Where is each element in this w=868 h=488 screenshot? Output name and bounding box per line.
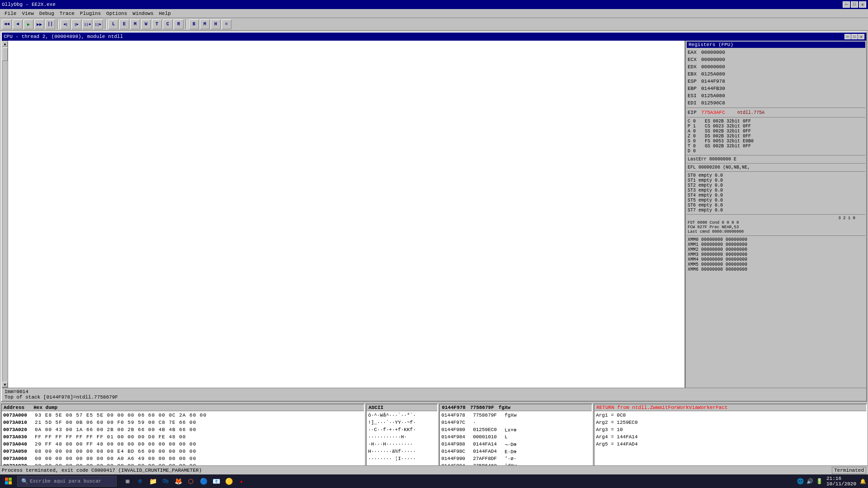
menu-file[interactable]: File (2, 10, 19, 17)
tb-b[interactable]: B (189, 19, 199, 29)
start-button[interactable] (2, 476, 15, 487)
st-regs: ST0 empty 0.0 ST1 empty 0.0 ST2 empty 0.… (687, 173, 865, 213)
registers-pane: Registers (FPU) EAX 00000000 ECX 0000000… (685, 41, 866, 388)
tb-w[interactable]: W (141, 19, 151, 29)
search-box[interactable]: 🔍 Escribe aquí para buscar (17, 476, 117, 487)
menu-bar: File View Debug Trace Plugins Options Wi… (0, 9, 868, 18)
title-bar: OllyDbg - EE2X.exe ─ □ ✕ (0, 0, 868, 9)
reg-sep3 (687, 155, 865, 155)
tb-e[interactable]: E (119, 19, 129, 29)
status-bar: Process terminated, exit code C0000417 (… (0, 465, 868, 474)
maximize-btn[interactable]: □ (851, 1, 858, 8)
reg-esi: ESI 0125A080 (687, 92, 865, 99)
menu-trace[interactable]: Trace (57, 10, 77, 17)
taskbar-right: 🌐 🔊 🔋 21:16 10/11/2020 🔔 (797, 476, 866, 487)
search-icon: 🔍 (21, 478, 28, 485)
tb-sep2 (105, 19, 107, 29)
status-message: Process terminated, exit code C0000417 (… (2, 468, 202, 473)
hex-row: 0073A06000 00 00 00 00 00 00 00 A0 A6 49… (3, 455, 363, 462)
tb-c[interactable]: C (163, 19, 173, 29)
tb-anim-into[interactable]: ||▶ (93, 19, 103, 29)
tb-sep1 (57, 19, 59, 29)
menu-windows[interactable]: Windows (130, 10, 156, 17)
cpu-maximize[interactable]: □ (851, 34, 858, 39)
taskbar: 🔍 Escribe aquí para buscar ⊞ e 📁 🛍 🦊 ⬡ 🔵… (0, 474, 868, 488)
reg-eip: EIP 775A3AFC ntdll.775A (687, 109, 865, 116)
scroll-up[interactable]: ▲ (2, 41, 8, 47)
tb-t[interactable]: T (152, 19, 162, 29)
return-info: RETURN from ntdll.ZwWaitForWorkViaWorker… (594, 404, 866, 411)
hex-row: 0073A00093 E8 5E 00 57 E5 5E 00 00 00 06… (3, 412, 363, 419)
reg-sep5 (687, 171, 865, 172)
efl: EFL 00000206 (NO,NB,NE, (687, 164, 865, 170)
registers-title: Registers (FPU) (687, 42, 865, 48)
store-btn[interactable]: 🛍 (160, 476, 171, 487)
reg-sep2 (687, 117, 865, 117)
windows-icon (5, 478, 12, 485)
tb-hash[interactable]: ≡ (222, 19, 231, 29)
menu-plugins[interactable]: Plugins (77, 10, 104, 17)
scroll-thumb[interactable] (2, 47, 8, 61)
firefox-btn[interactable]: 🦊 (173, 476, 184, 487)
app8-btn[interactable]: 🟡 (223, 476, 234, 487)
tb-m[interactable]: M (130, 19, 140, 29)
tb-forward[interactable]: ▶▶ (34, 19, 44, 29)
menu-debug[interactable]: Debug (37, 10, 57, 17)
tb-step-back[interactable]: ||◄ (82, 19, 92, 29)
tb-step-over[interactable]: |▶ (71, 19, 81, 29)
tb-rewind[interactable]: ◄◄ (2, 19, 12, 29)
scroll-down[interactable]: ▼ (2, 382, 8, 387)
explorer-btn[interactable]: 📁 (147, 476, 158, 487)
cpu-close[interactable]: ✕ (858, 34, 864, 39)
reg-sep4 (687, 163, 865, 164)
sound-icon: 🔊 (807, 478, 813, 485)
tb-play[interactable]: ▶ (24, 19, 33, 29)
menu-options[interactable]: Options (104, 10, 130, 17)
cpu-win-controls: ─ □ ✕ (844, 34, 864, 39)
svg-rect-0 (5, 478, 8, 481)
hex-row: 0073A04020 FF 48 00 00 FF 48 00 08 00 00… (3, 441, 363, 448)
taskview-btn[interactable]: ⊞ (122, 476, 133, 487)
clock: 21:16 10/11/2020 (826, 476, 856, 487)
taskbar-icons: ⊞ e 📁 🛍 🦊 ⬡ 🔵 📧 🟡 ✦ (122, 476, 247, 487)
tb-l[interactable]: L (108, 19, 118, 29)
cpu-minimize[interactable]: ─ (844, 34, 851, 39)
blender-btn[interactable]: ⬡ (185, 476, 196, 487)
menu-help[interactable]: Help (156, 10, 174, 17)
tb-h[interactable]: H (211, 19, 221, 29)
app6-btn[interactable]: 🔵 (198, 476, 209, 487)
app-title: OllyDbg - EE2X.exe (2, 2, 56, 7)
minimize-btn[interactable]: ─ (843, 1, 850, 8)
reg-ecx: ECX 00000000 (687, 56, 865, 63)
tb-back[interactable]: ◄ (13, 19, 23, 29)
tb-step-into[interactable]: ◄| (61, 19, 71, 29)
tb-r[interactable]: R (174, 19, 184, 29)
hex-row: 0073A030FF FF FF FF FF FF FF 01 00 00 00… (3, 433, 363, 441)
flags-section: C 0 ES 002B 32bit 0FF P 1 CS 0023 32bit … (687, 118, 865, 154)
cpu-title: CPU - thread 2, (00004898), module ntdll (4, 34, 123, 39)
menu-view[interactable]: View (19, 10, 36, 17)
status-terminated: Terminated (832, 467, 866, 474)
disasm-pane[interactable]: 775A3ADC └· C2 1000 RETN 10 775A3ADF 90 … (2, 41, 685, 388)
reg-eax: EAX 00000000 (687, 49, 865, 56)
app7-btn[interactable]: 📧 (211, 476, 222, 487)
cpu-window: CPU - thread 2, (00004898), module ntdll… (1, 32, 867, 402)
ascii-header: ASCII (367, 404, 437, 411)
disasm-scrollbar[interactable]: ▲ ▼ (2, 41, 8, 388)
search-placeholder: Escribe aquí para buscar (30, 479, 101, 484)
svg-rect-3 (9, 481, 12, 484)
reg-ebx: EBX 0125A080 (687, 70, 865, 78)
imm-line1: Imm=0014 (5, 389, 863, 394)
info-content: Arg1 = 0C0 Arg2 = 1259EC0 Arg3 = 10 Arg4… (594, 411, 866, 448)
time-display: 21:16 (826, 476, 856, 481)
hex-pane-header: Address Hex dump (2, 404, 364, 411)
notification-icon[interactable]: 🔔 (860, 479, 866, 484)
tb-m2[interactable]: M (200, 19, 210, 29)
edge-btn[interactable]: e (135, 476, 146, 487)
last-err: LastErr 00000000 E (687, 156, 865, 162)
app9-btn[interactable]: ✦ (236, 476, 247, 487)
tb-pause[interactable]: || (45, 19, 55, 29)
svg-rect-1 (9, 478, 12, 481)
hex-row: 0073A01021 5D 5F 00 0B 06 60 00 F0 59 59… (3, 419, 363, 426)
close-btn[interactable]: ✕ (859, 1, 866, 8)
